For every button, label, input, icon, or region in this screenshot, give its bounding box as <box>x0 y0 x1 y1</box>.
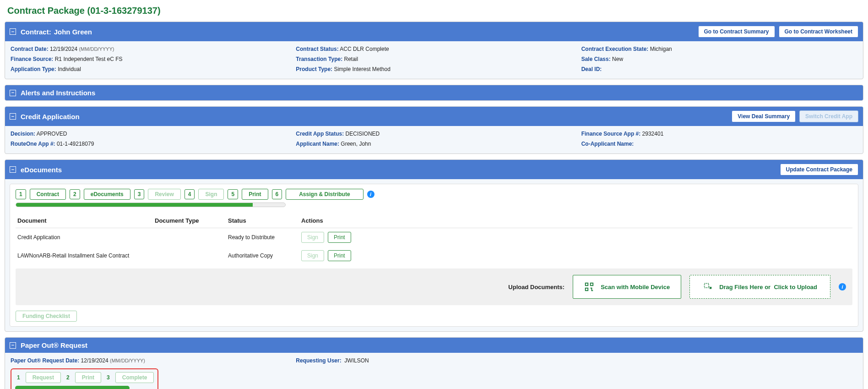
edocuments-panel: − eDocuments Update Contract Package 1 C… <box>5 159 863 332</box>
credit-status-value: DECISIONED <box>346 131 380 137</box>
col-status: Status <box>228 217 301 224</box>
step-assign-distribute-button[interactable]: Assign & Distribute <box>286 189 363 200</box>
info-icon[interactable]: i <box>367 191 374 198</box>
finance-source-label: Finance Source: <box>11 56 53 62</box>
scan-label: Scan with Mobile Device <box>601 284 670 290</box>
paper-out-steps-highlight: 1 Request 2 Print 3 Complete <box>11 368 158 389</box>
go-to-contract-summary-button[interactable]: Go to Contract Summary <box>698 26 775 38</box>
info-icon[interactable]: i <box>839 283 846 290</box>
drop-label-a: Drag Files Here or <box>719 284 770 290</box>
upload-icon <box>703 282 713 292</box>
application-type-label: Application Type: <box>11 66 56 72</box>
r1-app-value: 01-1-49218079 <box>57 141 94 147</box>
r1-app-label: RouteOne App #: <box>11 141 55 147</box>
upload-label: Upload Documents: <box>508 284 564 290</box>
sign-button: Sign <box>301 250 324 261</box>
step-edocuments-button[interactable]: eDocuments <box>84 189 130 200</box>
svg-rect-2 <box>586 288 588 291</box>
go-to-contract-worksheet-button[interactable]: Go to Contract Worksheet <box>779 26 858 38</box>
contract-header-name: John Green <box>54 28 92 36</box>
doc-name: Credit Application <box>17 234 155 241</box>
po-step-2-num: 2 <box>65 373 71 382</box>
step-3-num: 3 <box>134 189 145 199</box>
upload-documents-bar: Upload Documents: Scan with Mobile Devic… <box>16 268 852 305</box>
edoc-progress-bar <box>16 203 286 207</box>
paper-out-title: Paper Out® Request <box>21 341 87 349</box>
step-sign-button: Sign <box>198 189 224 200</box>
alerts-panel: − Alerts and Instructions <box>5 85 863 101</box>
view-deal-summary-button[interactable]: View Deal Summary <box>732 110 796 122</box>
requesting-user-value: JWILSON <box>344 357 369 364</box>
paper-out-date-value: 12/19/2024 <box>81 357 108 364</box>
po-step-3-num: 3 <box>105 373 112 382</box>
product-type-label: Product Type: <box>296 66 332 72</box>
doc-status: Authoritative Copy <box>228 252 301 259</box>
page-title: Contract Package (01-3-163279137) <box>7 5 861 16</box>
col-type: Document Type <box>155 217 228 224</box>
step-print-button[interactable]: Print <box>242 189 268 200</box>
collapse-icon[interactable]: − <box>10 166 16 173</box>
edoc-steps: 1 Contract 2 eDocuments 3 Review 4 Sign … <box>16 189 852 200</box>
collapse-icon[interactable]: − <box>10 90 16 96</box>
contract-panel: − Contract: John Green Go to Contract Su… <box>5 22 863 79</box>
contract-date-value: 12/19/2024 <box>50 46 77 52</box>
documents-table: Document Document Type Status Actions Cr… <box>16 214 852 265</box>
update-contract-package-button[interactable]: Update Contract Package <box>780 164 858 175</box>
coapp-label: Co-Applicant Name: <box>581 141 634 147</box>
paper-out-date-hint: (MM/DD/YYYY) <box>110 358 145 363</box>
funding-checklist-button: Funding Checklist <box>16 311 77 322</box>
sale-class-label: Sale Class: <box>581 56 611 62</box>
step-4-num: 4 <box>184 189 195 199</box>
step-contract-button[interactable]: Contract <box>30 189 66 200</box>
exec-state-value: Michigan <box>650 46 672 52</box>
po-request-button: Request <box>26 372 61 383</box>
scan-with-mobile-button[interactable]: Scan with Mobile Device <box>573 275 681 299</box>
credit-title: Credit Application <box>21 113 80 121</box>
step-review-button: Review <box>148 189 180 200</box>
alerts-title: Alerts and Instructions <box>21 89 95 97</box>
doc-status: Ready to Distribute <box>228 234 301 241</box>
applicant-value: Green, John <box>341 141 371 147</box>
edocuments-title: eDocuments <box>21 166 62 174</box>
finance-source-value: R1 Independent Test eC FS <box>55 56 123 62</box>
switch-credit-app-button: Switch Credit App <box>799 110 858 122</box>
contract-status-label: Contract Status: <box>296 46 338 52</box>
application-type-value: Individual <box>58 66 81 72</box>
contract-header-prefix: Contract: <box>21 28 51 36</box>
doc-name: LAWNonARB-Retail Installment Sale Contra… <box>17 252 155 259</box>
paper-out-progress-bar <box>15 386 130 389</box>
contract-date-hint: (MM/DD/YYYY) <box>79 46 114 52</box>
qr-icon <box>584 282 594 292</box>
svg-rect-0 <box>586 283 588 286</box>
step-1-num: 1 <box>16 189 26 199</box>
credit-status-label: Credit App Status: <box>296 131 344 137</box>
paper-out-date-label: Paper Out® Request Date: <box>11 357 79 364</box>
applicant-label: Applicant Name: <box>296 141 339 147</box>
drag-drop-upload[interactable]: Drag Files Here or Click to Upload <box>689 275 830 299</box>
drop-label-b: Click to Upload <box>774 284 817 290</box>
exec-state-label: Contract Execution State: <box>581 46 649 52</box>
transaction-type-label: Transaction Type: <box>296 56 342 62</box>
transaction-type-value: Retail <box>344 56 358 62</box>
decision-value: APPROVED <box>37 131 67 137</box>
contract-panel-header: − Contract: John Green Go to Contract Su… <box>5 22 863 41</box>
col-document: Document <box>17 217 155 224</box>
decision-label: Decision: <box>11 131 35 137</box>
col-actions: Actions <box>301 217 851 224</box>
collapse-icon[interactable]: − <box>10 113 16 120</box>
po-print-button: Print <box>75 372 101 383</box>
sign-button: Sign <box>301 232 324 243</box>
table-row: LAWNonARB-Retail Installment Sale Contra… <box>16 247 852 265</box>
step-6-num: 6 <box>272 189 282 199</box>
table-row: Credit Application Ready to Distribute S… <box>16 228 852 247</box>
print-button[interactable]: Print <box>328 232 351 243</box>
product-type-value: Simple Interest Method <box>334 66 390 72</box>
collapse-icon[interactable]: − <box>10 342 16 349</box>
svg-rect-1 <box>591 283 593 286</box>
print-button[interactable]: Print <box>328 250 351 261</box>
po-step-1-num: 1 <box>15 373 22 382</box>
svg-rect-3 <box>705 284 709 288</box>
step-2-num: 2 <box>70 189 80 199</box>
contract-status-value: ACC DLR Complete <box>340 46 389 52</box>
collapse-icon[interactable]: − <box>10 28 16 35</box>
